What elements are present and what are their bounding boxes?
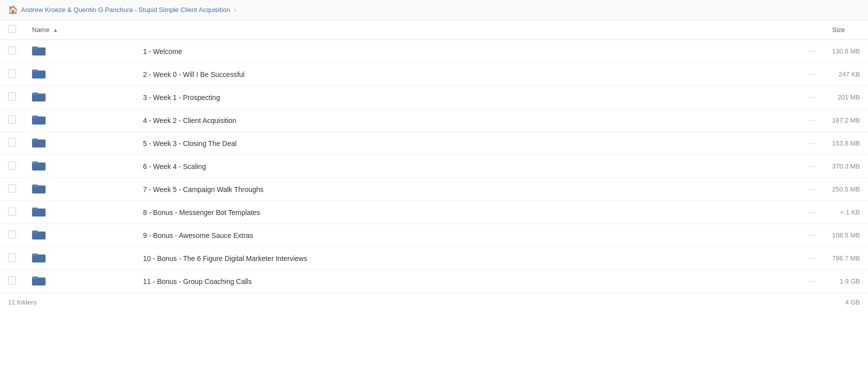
table-row[interactable]: 5 - Week 3 - Closing The Deal ··· 153.8 … — [0, 132, 868, 155]
folder-icon — [32, 206, 46, 217]
svg-rect-9 — [32, 138, 38, 141]
row-checkbox-cell — [0, 224, 24, 247]
row-checkbox-cell — [0, 201, 24, 224]
folder-icon-cell — [24, 178, 135, 201]
file-table: Name ▲ Size 1 - Welcome ··· 130.8 MB — [0, 20, 868, 293]
row-menu[interactable]: ··· — [800, 132, 824, 155]
folder-icon-cell — [24, 63, 135, 86]
row-size: 250.5 MB — [824, 178, 868, 201]
table-row[interactable]: 1 - Welcome ··· 130.8 MB — [0, 40, 868, 63]
row-checkbox[interactable] — [8, 276, 16, 284]
row-size: 1.9 GB — [824, 270, 868, 293]
row-size: 786.7 MB — [824, 247, 868, 270]
table-row[interactable]: 11 - Bonus - Group Coaching Calls ··· 1.… — [0, 270, 868, 293]
row-menu[interactable]: ··· — [800, 40, 824, 63]
row-name[interactable]: 6 - Week 4 - Scaling — [135, 155, 800, 178]
folder-icon-cell — [24, 132, 135, 155]
row-size: 130.8 MB — [824, 40, 868, 63]
th-size: Size — [824, 20, 868, 40]
row-menu[interactable]: ··· — [800, 201, 824, 224]
row-checkbox[interactable] — [8, 92, 16, 100]
table-row[interactable]: 10 - Bonus - The 6 Figure Digital Market… — [0, 247, 868, 270]
svg-rect-13 — [32, 184, 38, 187]
th-name[interactable]: Name ▲ — [24, 20, 800, 40]
row-checkbox[interactable] — [8, 46, 16, 54]
row-checkbox-cell — [0, 247, 24, 270]
row-name[interactable]: 7 - Week 5 - Campaign Walk Throughs — [135, 178, 800, 201]
table-row[interactable]: 7 - Week 5 - Campaign Walk Throughs ··· … — [0, 178, 868, 201]
row-name[interactable]: 5 - Week 3 - Closing The Deal — [135, 132, 800, 155]
row-name[interactable]: 4 - Week 2 - Client Acquisition — [135, 109, 800, 132]
row-name[interactable]: 11 - Bonus - Group Coaching Calls — [135, 270, 800, 293]
folder-icon — [32, 114, 46, 125]
folder-icon-cell — [24, 40, 135, 63]
folder-icon-cell — [24, 270, 135, 293]
row-checkbox-cell — [0, 270, 24, 293]
row-name[interactable]: 8 - Bonus - Messenger Bot Templates — [135, 201, 800, 224]
row-checkbox[interactable] — [8, 184, 16, 192]
table-row[interactable]: 9 - Bonus - Awesome Sauce Extras ··· 108… — [0, 224, 868, 247]
folder-icon — [32, 137, 46, 148]
row-menu[interactable]: ··· — [800, 178, 824, 201]
row-checkbox[interactable] — [8, 230, 16, 238]
row-checkbox-cell — [0, 40, 24, 63]
row-size: 187.2 MB — [824, 109, 868, 132]
folder-icon — [32, 160, 46, 171]
folder-count: 11 folders — [8, 298, 37, 306]
folder-icon-cell — [24, 155, 135, 178]
th-checkbox — [0, 20, 24, 40]
footer-bar: 11 folders 4 GB — [0, 293, 868, 311]
row-checkbox-cell — [0, 109, 24, 132]
svg-rect-19 — [32, 254, 38, 256]
folder-icon-cell — [24, 109, 135, 132]
row-menu[interactable]: ··· — [800, 63, 824, 86]
row-checkbox[interactable] — [8, 254, 16, 262]
row-size: < 1 KB — [824, 201, 868, 224]
total-size: 4 GB — [845, 298, 860, 306]
home-icon[interactable]: 🏠 — [8, 5, 18, 14]
table-row[interactable]: 8 - Bonus - Messenger Bot Templates ··· … — [0, 201, 868, 224]
breadcrumb-chevron: › — [234, 6, 236, 14]
row-name[interactable]: 2 - Week 0 - Will I Be Successful — [135, 63, 800, 86]
svg-rect-3 — [32, 70, 38, 72]
row-checkbox[interactable] — [8, 138, 16, 146]
breadcrumb-title[interactable]: Andrew Kroeze & Quentin G Panchura - Stu… — [21, 6, 230, 14]
folder-icon — [32, 275, 46, 286]
folder-icon — [32, 68, 46, 79]
header-checkbox[interactable] — [8, 25, 16, 33]
table-row[interactable]: 2 - Week 0 - Will I Be Successful ··· 24… — [0, 63, 868, 86]
row-menu[interactable]: ··· — [800, 224, 824, 247]
row-checkbox-cell — [0, 155, 24, 178]
svg-rect-11 — [32, 162, 38, 164]
sort-arrow: ▲ — [53, 27, 58, 33]
row-checkbox[interactable] — [8, 162, 16, 170]
row-name[interactable]: 10 - Bonus - The 6 Figure Digital Market… — [135, 247, 800, 270]
folder-icon — [32, 252, 46, 263]
row-menu[interactable]: ··· — [800, 155, 824, 178]
svg-rect-21 — [32, 276, 38, 279]
folder-icon-cell — [24, 247, 135, 270]
row-size: 201 MB — [824, 86, 868, 109]
folder-icon-cell — [24, 224, 135, 247]
row-checkbox[interactable] — [8, 208, 16, 216]
row-checkbox-cell — [0, 178, 24, 201]
row-checkbox-cell — [0, 63, 24, 86]
svg-rect-7 — [32, 116, 38, 118]
table-row[interactable]: 4 - Week 2 - Client Acquisition ··· 187.… — [0, 109, 868, 132]
row-name[interactable]: 1 - Welcome — [135, 40, 800, 63]
row-checkbox[interactable] — [8, 116, 16, 124]
row-menu[interactable]: ··· — [800, 109, 824, 132]
table-header-row: Name ▲ Size — [0, 20, 868, 40]
row-checkbox[interactable] — [8, 70, 16, 78]
row-menu[interactable]: ··· — [800, 247, 824, 270]
table-row[interactable]: 6 - Week 4 - Scaling ··· 370.3 MB — [0, 155, 868, 178]
row-size: 108.5 MB — [824, 224, 868, 247]
table-row[interactable]: 3 - Week 1 - Prospecting ··· 201 MB — [0, 86, 868, 109]
svg-rect-17 — [32, 230, 38, 233]
row-menu[interactable]: ··· — [800, 270, 824, 293]
row-name[interactable]: 9 - Bonus - Awesome Sauce Extras — [135, 224, 800, 247]
row-checkbox-cell — [0, 132, 24, 155]
row-name[interactable]: 3 - Week 1 - Prospecting — [135, 86, 800, 109]
row-menu[interactable]: ··· — [800, 86, 824, 109]
folder-icon — [32, 91, 46, 102]
